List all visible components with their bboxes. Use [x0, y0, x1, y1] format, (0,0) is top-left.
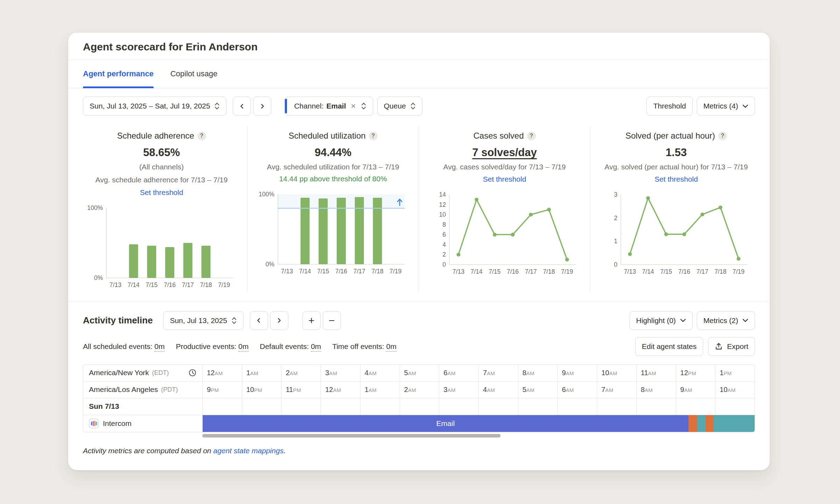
prev-period-button[interactable]: [233, 97, 251, 115]
edit-agent-states-label: Edit agent states: [642, 342, 696, 351]
metric-chart: 024681012147/137/147/157/167/177/187/19: [428, 189, 582, 279]
timeline-segment[interactable]: [706, 415, 713, 432]
hour-cell: 12AM: [321, 382, 360, 398]
metric-card: Schedule adherence ? 58.65% (All channel…: [76, 126, 247, 292]
timeline-segment[interactable]: [713, 415, 755, 432]
metric-title: Scheduled utilization: [288, 131, 365, 141]
event-stat: Default events: 0m: [260, 342, 321, 351]
empty-hour-cell: [597, 398, 636, 415]
hour-number: 6: [443, 369, 447, 377]
metric-value: 94.44%: [256, 146, 410, 159]
activity-date-select[interactable]: Sun, Jul 13, 2025: [163, 311, 243, 330]
hour-suffix: PM: [723, 370, 732, 376]
hour-suffix: AM: [408, 387, 416, 393]
metrics-dropdown[interactable]: Metrics (4): [697, 97, 755, 115]
hour-suffix: AM: [645, 387, 653, 393]
event-stat-value: 0m: [386, 342, 396, 352]
hour-cell: 12AM: [202, 365, 242, 381]
prev-day-button[interactable]: [250, 311, 268, 330]
activity-metrics-dropdown[interactable]: Metrics (2): [697, 311, 755, 330]
hour-cell: 11PM: [281, 382, 321, 398]
hour-cell: 3AM: [439, 382, 478, 398]
svg-text:7/16: 7/16: [335, 268, 347, 275]
event-stats-row: All scheduled events: 0mProductive event…: [68, 335, 770, 363]
tab-agent-performance[interactable]: Agent performance: [83, 59, 154, 88]
chevron-right-icon: [276, 317, 282, 323]
hour-suffix: AM: [526, 370, 534, 376]
timeline-horizontal-scrollbar[interactable]: [202, 434, 500, 438]
svg-text:7/18: 7/18: [200, 281, 212, 288]
set-threshold-link[interactable]: Set threshold: [654, 175, 698, 183]
stepper-icon: [231, 316, 237, 325]
timeline-segment[interactable]: [688, 415, 697, 432]
help-icon[interactable]: ?: [197, 132, 206, 140]
footnote-suffix: .: [284, 447, 286, 455]
hour-cell: 1PM: [715, 365, 755, 381]
channel-filter[interactable]: Channel: Email ×: [285, 97, 373, 115]
window-header: Agent scorecard for Erin Anderson: [68, 33, 770, 59]
hour-cell: 4AM: [360, 365, 400, 381]
hour-cell: 4AM: [478, 382, 518, 398]
set-threshold-link[interactable]: Set threshold: [483, 175, 526, 183]
day-row: Sun 7/13: [83, 398, 755, 415]
event-stat-label: Default events:: [260, 342, 311, 350]
empty-hour-cell: [202, 398, 242, 415]
hour-number: 10: [246, 386, 254, 393]
activity-timeline-header: Activity timeline Sun, Jul 13, 2025 + − …: [68, 302, 770, 335]
help-icon[interactable]: ?: [718, 132, 727, 140]
next-period-button[interactable]: [253, 97, 271, 115]
hour-number: 9: [680, 386, 684, 393]
empty-hour-cell: [715, 398, 755, 415]
export-button-label: Export: [727, 342, 748, 351]
zoom-in-button[interactable]: +: [302, 311, 321, 330]
hour-number: 6: [562, 386, 566, 393]
svg-text:7/15: 7/15: [146, 281, 158, 288]
hour-cell: 7AM: [478, 365, 518, 381]
highlight-dropdown[interactable]: Highlight (0): [630, 311, 693, 330]
hour-number: 11: [641, 369, 648, 377]
hour-number: 1: [246, 369, 250, 377]
export-button[interactable]: Export: [708, 337, 755, 356]
empty-hour-cell: [557, 398, 597, 415]
set-threshold-link[interactable]: Set threshold: [140, 188, 183, 197]
event-stats-list: All scheduled events: 0mProductive event…: [83, 342, 397, 351]
hour-cell: 10PM: [242, 382, 281, 398]
svg-text:7/18: 7/18: [543, 268, 555, 275]
metric-value: 7 solves/day: [427, 146, 582, 159]
hour-suffix: AM: [447, 387, 455, 393]
edit-agent-states-button[interactable]: Edit agent states: [635, 337, 703, 356]
date-range-select[interactable]: Sun, Jul 13, 2025 – Sat, Jul 19, 2025: [83, 97, 226, 115]
empty-hour-cell: [636, 398, 676, 415]
svg-text:2: 2: [442, 251, 446, 258]
help-icon[interactable]: ?: [369, 132, 378, 140]
metric-subtitle: Avg. cases solved/day for 7/13 – 7/19: [427, 162, 582, 172]
svg-text:7/13: 7/13: [109, 281, 121, 288]
agent-state-mappings-link[interactable]: agent state mappings: [213, 447, 284, 455]
clock-icon[interactable]: [188, 369, 197, 377]
remove-filter-icon[interactable]: ×: [351, 102, 356, 110]
intercom-logo-icon: [89, 419, 99, 428]
next-day-button[interactable]: [270, 311, 288, 330]
svg-text:7/19: 7/19: [733, 268, 744, 275]
chevron-left-icon: [239, 103, 245, 109]
svg-text:7/15: 7/15: [660, 268, 672, 275]
timeline-segment[interactable]: [697, 415, 706, 432]
hour-suffix: AM: [250, 370, 258, 376]
zoom-out-button[interactable]: −: [323, 311, 341, 330]
channel-name: Intercom: [103, 419, 132, 428]
timeline-segment[interactable]: Email: [203, 415, 688, 432]
filter-accent-bar: [285, 99, 287, 113]
hour-cell: 7AM: [597, 382, 636, 398]
queue-filter[interactable]: Queue: [377, 97, 422, 115]
hour-number: 12: [680, 369, 688, 377]
empty-hour-cell: [478, 398, 518, 415]
metric-subtitle: Avg. solved (per actual hour) for 7/13 –…: [599, 162, 754, 172]
help-icon[interactable]: ?: [527, 132, 536, 140]
svg-text:7/13: 7/13: [452, 268, 464, 275]
threshold-button[interactable]: Threshold: [646, 97, 692, 115]
queue-filter-label: Queue: [384, 102, 406, 110]
timezone-abbr: (EDT): [152, 369, 169, 377]
metric-subtitle: Avg. scheduled utilization for 7/13 – 7/…: [256, 162, 410, 172]
svg-text:7/15: 7/15: [317, 268, 329, 275]
tab-copilot-usage[interactable]: Copilot usage: [170, 59, 218, 88]
